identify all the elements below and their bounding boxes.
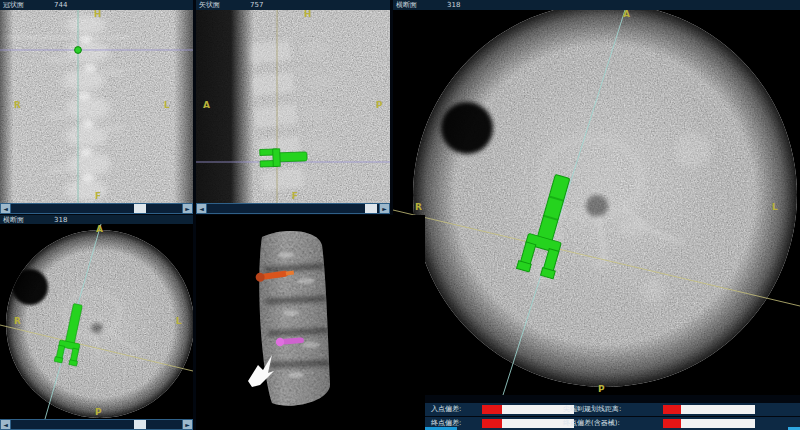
metric-bar-fill: [663, 419, 681, 428]
scroll-right-button[interactable]: ►: [380, 204, 389, 213]
panel-sagittal-header: 矢状面 757: [196, 0, 390, 10]
panel-axial-main-slice-number: 318: [447, 1, 460, 9]
orientation-label-top: H: [304, 10, 312, 19]
orientation-label-top: H: [94, 10, 102, 19]
metric-bar-target-deviation: [482, 419, 574, 428]
scroll-thumb[interactable]: [134, 420, 146, 429]
orientation-label-left: A: [203, 101, 210, 110]
panel-axial-main: 横断面 318: [393, 0, 800, 395]
panel-sagittal-title: 矢状面: [199, 0, 220, 10]
entry-point-marker[interactable]: [75, 47, 82, 54]
scroll-left-button[interactable]: ◄: [1, 204, 10, 213]
slice-scrollbar-coronal[interactable]: ◄ ►: [0, 203, 193, 214]
orientation-label-bottom: F: [292, 192, 298, 201]
slice-scrollbar-sagittal[interactable]: ◄ ►: [196, 203, 390, 214]
scroll-left-button[interactable]: ◄: [197, 204, 206, 213]
orientation-label-top: A: [623, 10, 630, 19]
panel-sagittal: 矢状面 757: [196, 0, 390, 214]
panel-3d-volume[interactable]: [196, 215, 425, 430]
panel-axial-main-header: 横断面 318: [393, 0, 800, 10]
panel-axial-small-header: 横断面 318: [0, 215, 193, 224]
orientation-label-left: R: [14, 101, 21, 110]
orientation-label-left: R: [415, 203, 422, 212]
panel-coronal-viewport[interactable]: H R L F: [0, 10, 193, 203]
orientation-label-top: A: [96, 225, 103, 234]
deviation-metrics-panel: 入点偏差: 尖端到规划线距离: 终点偏差: 终点偏差(含器械):: [425, 400, 800, 430]
panel-axial-main-title: 横断面: [396, 0, 417, 10]
scroll-right-button[interactable]: ►: [183, 204, 192, 213]
metric-bar-tip-distance: [663, 405, 755, 414]
metric-bar-fill: [663, 405, 681, 414]
scroll-thumb[interactable]: [134, 204, 146, 213]
panel-axial-small-viewport[interactable]: A R L P: [0, 224, 193, 419]
metrics-row-1: 入点偏差: 尖端到规划线距离:: [425, 403, 800, 416]
slice-scrollbar-axial-small[interactable]: ◄ ►: [0, 419, 193, 430]
scroll-right-button[interactable]: ►: [183, 420, 192, 429]
orientation-label-bottom: P: [598, 385, 605, 394]
axial-main-ct-image: [393, 10, 800, 395]
scroll-left-button[interactable]: ◄: [1, 420, 10, 429]
metric-label-tip-distance: 尖端到规划线距离:: [563, 403, 621, 416]
axial-small-ct-image: [0, 224, 193, 419]
panel-coronal-slice-number: 744: [54, 1, 67, 9]
orientation-label-left: R: [14, 317, 21, 326]
panel-axial-small-slice-number: 318: [54, 216, 67, 224]
orientation-label-bottom: F: [95, 192, 101, 201]
panel-sagittal-slice-number: 757: [250, 1, 263, 9]
sagittal-ct-image: [196, 10, 390, 203]
orientation-label-right: L: [176, 317, 182, 326]
metric-bar-fill: [482, 419, 502, 428]
panel-coronal-title: 冠状面: [3, 0, 24, 10]
scroll-thumb[interactable]: [365, 204, 377, 213]
panel-axial-small-title: 横断面: [3, 215, 24, 225]
panel-coronal: 冠状面 744: [0, 0, 193, 214]
metrics-row-2: 终点偏差: 终点偏差(含器械):: [425, 417, 800, 430]
metric-bar-entry-deviation: [482, 405, 574, 414]
scroll-track[interactable]: [206, 204, 380, 213]
metric-bar-target-deviation-instrument: [663, 419, 755, 428]
orientation-label-bottom: P: [95, 408, 102, 417]
scroll-track[interactable]: [10, 420, 183, 429]
orientation-label-right: L: [772, 203, 778, 212]
panel-sagittal-viewport[interactable]: H A P F: [196, 10, 390, 203]
panel-axial-small: 横断面 318: [0, 215, 193, 430]
metric-bar-fill: [482, 405, 502, 414]
orientation-label-right: P: [376, 101, 383, 110]
orientation-label-right: L: [164, 101, 170, 110]
scroll-track[interactable]: [10, 204, 183, 213]
surgical-navigation-app: 冠状面 744: [0, 0, 800, 430]
sagittal-dark-region: [196, 10, 390, 203]
panel-coronal-header: 冠状面 744: [0, 0, 193, 10]
volume-render-spine: [196, 215, 425, 430]
panel-axial-main-viewport[interactable]: A R L P: [393, 10, 800, 395]
metric-label-target-deviation-instrument: 终点偏差(含器械):: [563, 417, 620, 430]
metric-label-entry-deviation: 入点偏差:: [431, 403, 461, 416]
spine-volume-texture: [196, 215, 425, 430]
